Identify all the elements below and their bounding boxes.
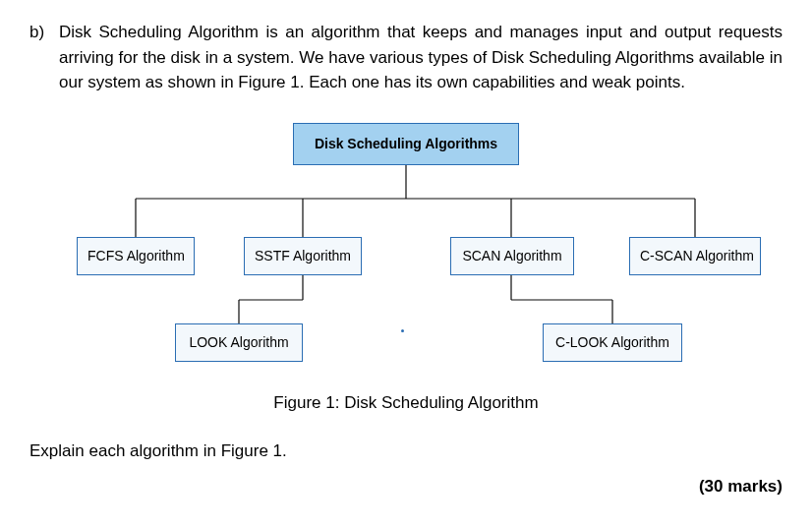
- figure-caption: Figure 1: Disk Scheduling Algorithm: [29, 390, 783, 416]
- marks-label: (30 marks): [29, 474, 783, 499]
- question-block: b) Disk Scheduling Algorithm is an algor…: [29, 20, 783, 95]
- question-letter: b): [29, 20, 49, 95]
- child-sstf: SSTF Algorithm: [244, 237, 362, 275]
- question-text: Disk Scheduling Algorithm is an algorith…: [59, 20, 783, 95]
- instruction-text: Explain each algorithm in Figure 1.: [29, 439, 783, 464]
- dot-mark: [401, 329, 404, 332]
- sub-look: LOOK Algorithm: [175, 323, 303, 362]
- root-box: Disk Scheduling Algorithms: [293, 123, 519, 165]
- child-cscan: C-SCAN Algorithm: [629, 237, 761, 275]
- child-fcfs: FCFS Algorithm: [77, 237, 195, 275]
- child-scan: SCAN Algorithm: [450, 237, 574, 275]
- sub-clook: C-LOOK Algorithm: [543, 323, 682, 362]
- diagram-figure-1: Disk Scheduling Algorithms FCFS Algorith…: [37, 123, 775, 379]
